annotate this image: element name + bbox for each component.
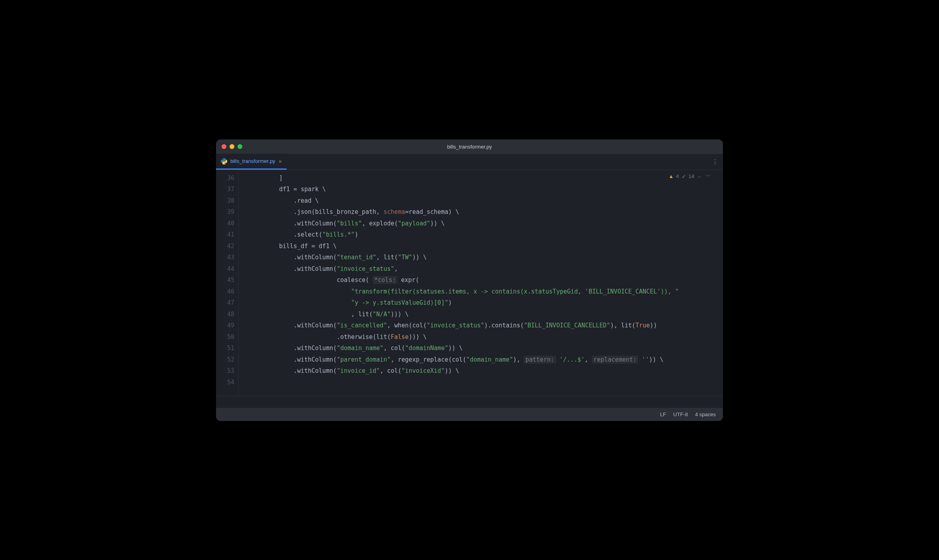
line-number[interactable]: 46	[216, 286, 234, 298]
code-line[interactable]: df1 = spark \	[245, 184, 723, 195]
line-number[interactable]: 42	[216, 241, 234, 252]
code-line[interactable]: .withColumn("is_cancelled", when(col("in…	[245, 320, 723, 331]
line-number[interactable]: 41	[216, 229, 234, 241]
maximize-window-button[interactable]	[238, 144, 242, 149]
code-line[interactable]: .otherwise(lit(False))) \	[245, 331, 723, 343]
ide-window: bills_transformer.py bills_transformer.p…	[216, 139, 723, 421]
indent-setting[interactable]: 4 spaces	[695, 411, 716, 417]
line-number[interactable]: 47	[216, 297, 234, 309]
fold-column	[238, 170, 245, 396]
warning-icon: ▲	[668, 173, 674, 179]
code-line[interactable]: ]	[245, 172, 723, 184]
code-line[interactable]: "transform(filter(statuses.items, x -> c…	[245, 286, 723, 298]
code-line[interactable]: .json(bills_bronze_path, schema=read_sch…	[245, 206, 723, 218]
python-icon	[221, 158, 227, 164]
close-tab-icon[interactable]: ×	[279, 158, 282, 164]
tab-options-icon[interactable]: ⋮	[712, 158, 718, 166]
line-number[interactable]: 51	[216, 343, 234, 354]
line-number[interactable]: 45	[216, 274, 234, 286]
file-encoding[interactable]: UTF-8	[673, 411, 688, 417]
line-separator[interactable]: LF	[660, 411, 666, 417]
code-line[interactable]: , lit("N/A"))) \	[245, 309, 723, 320]
warning-count: 4	[676, 173, 679, 179]
code-line[interactable]: "y -> y.statusValueGid)[0]")	[245, 297, 723, 309]
code-line[interactable]: coalesce( *cols: expr(	[245, 274, 723, 286]
line-number[interactable]: 38	[216, 195, 234, 207]
line-number[interactable]: 48	[216, 309, 234, 320]
prev-problem-icon[interactable]: ︿	[697, 173, 703, 179]
titlebar: bills_transformer.py	[216, 139, 723, 154]
next-problem-icon[interactable]: ﹀	[705, 173, 711, 179]
code-line[interactable]: bills_df = df1 \	[245, 241, 723, 252]
file-tab[interactable]: bills_transformer.py ×	[216, 154, 287, 170]
line-number[interactable]: 44	[216, 263, 234, 275]
code-line[interactable]: .withColumn("bills", explode("payload"))…	[245, 218, 723, 229]
code-line[interactable]: .withColumn("parent_domain", regexp_repl…	[245, 354, 723, 366]
line-number[interactable]: 36	[216, 172, 234, 184]
window-controls	[222, 144, 242, 149]
weak-count: 14	[689, 173, 694, 179]
weak-warning-icon: ✓	[682, 173, 686, 180]
line-number[interactable]: 54	[216, 377, 234, 388]
close-window-button[interactable]	[222, 144, 226, 149]
inspection-widget[interactable]: ▲ 4 ✓ 14 ︿ ﹀	[668, 173, 711, 180]
code-line[interactable]: .withColumn("domain_name", col("domainNa…	[245, 343, 723, 354]
editor-area[interactable]: ▲ 4 ✓ 14 ︿ ﹀ 363738394041424344454647484…	[216, 170, 723, 396]
line-number[interactable]: 37	[216, 184, 234, 195]
line-number[interactable]: 43	[216, 252, 234, 263]
line-number[interactable]: 49	[216, 320, 234, 331]
tool-window-bar	[216, 396, 723, 408]
code-content[interactable]: ] df1 = spark \ .read \ .json(bills_bron…	[245, 170, 723, 396]
code-line[interactable]: .read \	[245, 195, 723, 207]
statusbar: LF UTF-8 4 spaces	[216, 408, 723, 421]
window-title: bills_transformer.py	[447, 144, 492, 150]
line-number[interactable]: 50	[216, 331, 234, 343]
tabbar: bills_transformer.py × ⋮	[216, 154, 723, 170]
tab-label: bills_transformer.py	[230, 158, 275, 164]
code-line[interactable]: .withColumn("tenant_id", lit("TW")) \	[245, 252, 723, 263]
line-number[interactable]: 53	[216, 365, 234, 377]
code-line[interactable]: .select("bills.*")	[245, 229, 723, 241]
line-number[interactable]: 52	[216, 354, 234, 366]
minimize-window-button[interactable]	[230, 144, 234, 149]
line-number-gutter[interactable]: 36373839404142434445464748495051525354	[216, 170, 238, 396]
code-line[interactable]: .withColumn("invoice_id", col("invoiceXi…	[245, 365, 723, 377]
code-line[interactable]: .withColumn("invoice_status",	[245, 263, 723, 275]
line-number[interactable]: 40	[216, 218, 234, 229]
line-number[interactable]: 39	[216, 206, 234, 218]
